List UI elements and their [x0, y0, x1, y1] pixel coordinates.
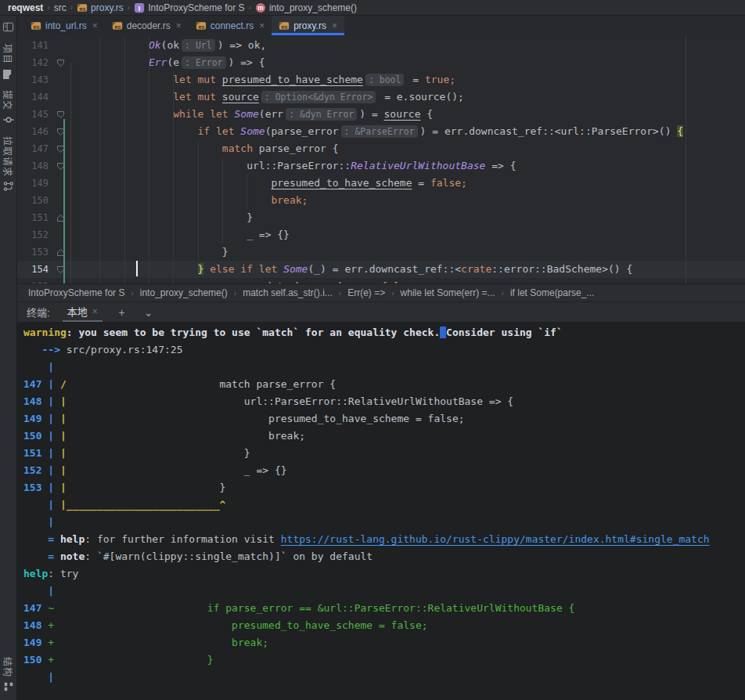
close-icon[interactable]: ×: [332, 20, 337, 31]
tab-label: into_url.rs: [45, 20, 87, 31]
code-span: presumed_to_have_scheme: [271, 177, 412, 189]
rust-file-icon: RS: [279, 20, 290, 31]
sidebar-item-pull-requests[interactable]: 拉取请求: [2, 136, 15, 192]
code-span: [75, 263, 198, 275]
line-number: 149: [17, 175, 49, 192]
terminal-line: = note: `#[warn(clippy::single_match)]` …: [23, 548, 745, 565]
fold-gutter[interactable]: [49, 123, 73, 140]
sidebar-item-label: 项目: [2, 44, 15, 64]
code-span: (_) = err.downcast_ref::<: [308, 263, 461, 275]
close-icon[interactable]: ×: [176, 20, 182, 31]
editor-line: 144 let mut source: Option<&dyn Error> =…: [17, 88, 745, 106]
code-editor[interactable]: 141 Ok(ok: Url) => ok,142 Err(e: Error) …: [17, 35, 745, 283]
terminal-span: |: [23, 361, 54, 373]
close-icon[interactable]: ×: [92, 20, 98, 31]
terminal-span: |: [23, 671, 54, 683]
content-column: RSinto_url.rs×RSdecoder.rs×RSconnect.rs×…: [17, 16, 745, 700]
fold-down-icon[interactable]: [56, 265, 65, 274]
code-text: presumed_to_have_scheme = false;: [73, 278, 418, 283]
close-icon[interactable]: ×: [92, 306, 98, 317]
terminal-tab-local[interactable]: 本地 ×: [63, 302, 103, 322]
line-number: 145: [17, 106, 49, 123]
code-span: {: [421, 108, 434, 120]
fold-down-icon[interactable]: [56, 59, 65, 67]
close-icon[interactable]: ×: [259, 20, 265, 31]
tab-decoder.rs[interactable]: RSdecoder.rs×: [105, 16, 189, 35]
code-span: {: [677, 125, 683, 137]
terminal-label: 终端:: [27, 305, 50, 319]
sidebar-item-project[interactable]: 项目: [2, 44, 15, 79]
terminal-span: 148 |: [23, 395, 60, 407]
editor-breadcrumb-item[interactable]: while let Some(err) =...: [401, 287, 495, 298]
fold-gutter[interactable]: [49, 157, 73, 175]
terminal-span: src/proxy.rs:147:25: [67, 344, 183, 355]
breadcrumb-label: src: [54, 2, 67, 13]
fold-gutter[interactable]: [49, 244, 73, 261]
code-text: match parse_error {: [73, 140, 339, 157]
fold-down-icon[interactable]: [56, 128, 65, 136]
breadcrumb: reqwest›src›RSproxy.rs›IIntoProxyScheme …: [0, 0, 745, 16]
editor-breadcrumb-item[interactable]: if let Some(parse_...: [510, 287, 594, 298]
breadcrumb-item-into_proxy_scheme[interactable]: minto_proxy_scheme(): [255, 2, 357, 13]
breadcrumb-label: IntoProxyScheme for S: [148, 2, 244, 13]
tab-into_url.rs[interactable]: RSinto_url.rs×: [23, 16, 105, 35]
clippy-doc-link[interactable]: https://rust-lang.github.io/rust-clippy/…: [281, 533, 710, 545]
fold-gutter[interactable]: [49, 209, 73, 226]
code-span: break;: [271, 194, 308, 206]
fold-up-icon[interactable]: [56, 214, 65, 222]
terminal-span: help: [60, 533, 85, 545]
editor-breadcrumb-item[interactable]: into_proxy_scheme(): [140, 287, 228, 298]
editor-line: 142 Err(e: Error) => {: [17, 54, 745, 71]
code-span: =: [363, 280, 381, 283]
new-terminal-button[interactable]: +: [115, 306, 129, 319]
code-span: = e.source();: [378, 91, 464, 103]
tab-connect.rs[interactable]: RSconnect.rs×: [189, 16, 272, 35]
fold-up-icon[interactable]: [56, 248, 65, 257]
breadcrumb-item-IntoProxySchemeforS[interactable]: IIntoProxyScheme for S: [134, 2, 244, 13]
fold-down-icon[interactable]: [56, 162, 65, 171]
terminal-span: 151 |: [23, 447, 60, 459]
fold-gutter: [49, 37, 73, 54]
terminal-line: 152 | | _ => {}: [23, 462, 745, 479]
editor-breadcrumbs: IntoProxyScheme for S›into_proxy_scheme(…: [17, 283, 745, 302]
editor-tab-bar: RSinto_url.rs×RSdecoder.rs×RSconnect.rs×…: [17, 16, 745, 35]
breadcrumb-item-src[interactable]: src: [54, 2, 67, 13]
terminal-line: |: [23, 359, 745, 376]
code-span: crate: [461, 263, 491, 275]
sidebar-item-label: 拉取请求: [2, 136, 15, 177]
terminal-span: + }: [48, 654, 213, 666]
fold-gutter[interactable]: [49, 261, 73, 278]
fold-down-icon[interactable]: [56, 110, 65, 119]
tab-label: decoder.rs: [127, 20, 171, 31]
fold-gutter[interactable]: [49, 54, 73, 71]
breadcrumb-item-reqwest[interactable]: reqwest: [8, 2, 43, 13]
terminal-line: 147 ~ if parse_error == &url::ParseError…: [23, 600, 745, 617]
terminal-span: + break;: [48, 637, 268, 648]
editor-breadcrumb-item[interactable]: IntoProxyScheme for S: [28, 287, 124, 298]
sidebar-item-structure[interactable]: 结构: [2, 657, 15, 692]
editor-breadcrumb-item[interactable]: match self.as_str().i...: [243, 287, 333, 298]
fold-down-icon[interactable]: [56, 145, 65, 153]
ide-window: reqwest›src›RSproxy.rs›IIntoProxyScheme …: [0, 0, 745, 700]
sidebar-item-commit[interactable]: 提交: [2, 90, 15, 125]
pull-request-icon: [3, 181, 14, 192]
rust-file-icon: RS: [196, 20, 207, 31]
breadcrumb-item-proxyrs[interactable]: RSproxy.rs: [77, 2, 124, 13]
terminal-span: 152 |: [23, 464, 60, 476]
tab-proxy.rs[interactable]: RSproxy.rs×: [272, 16, 344, 35]
terminal-output[interactable]: warning: you seem to be trying to use `m…: [17, 323, 745, 700]
terminal-span: match parse_error {: [67, 378, 336, 390]
fold-gutter[interactable]: [49, 106, 73, 123]
breadcrumb-separator: ›: [47, 3, 49, 12]
commit-icon: [3, 114, 14, 125]
line-number: 148: [17, 157, 49, 175]
code-span: [75, 39, 149, 51]
tab-label: connect.rs: [211, 20, 254, 31]
terminal-span: /: [60, 378, 67, 390]
chevron-down-icon[interactable]: ⌄: [142, 306, 156, 319]
editor-breadcrumb-item[interactable]: Err(e) =>: [347, 287, 385, 298]
fold-gutter[interactable]: [49, 140, 73, 157]
terminal-span: =: [23, 550, 60, 562]
window-toggle-icon[interactable]: [2, 21, 14, 33]
code-span: false;: [381, 280, 418, 283]
